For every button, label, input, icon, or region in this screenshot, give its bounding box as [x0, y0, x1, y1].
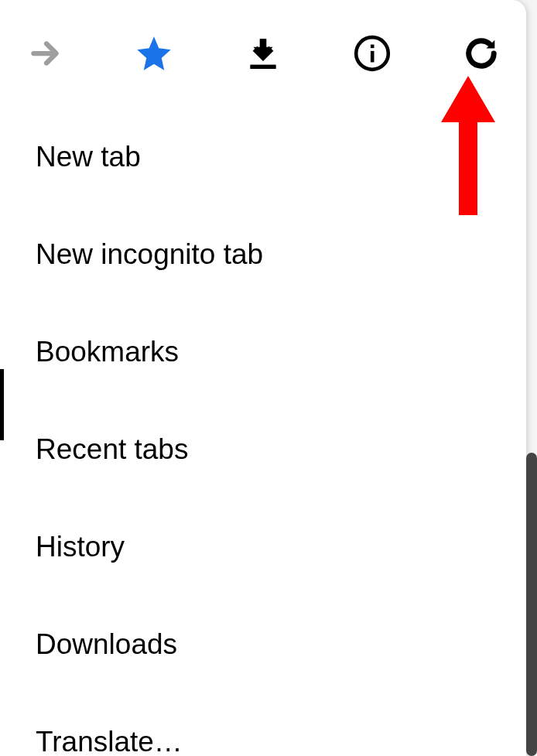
menu-items-list: New tab New incognito tab Bookmarks Rece… — [0, 101, 526, 756]
menu-item-downloads[interactable]: Downloads — [0, 596, 526, 693]
info-button[interactable] — [351, 32, 394, 75]
menu-item-label: Bookmarks — [36, 336, 179, 368]
forward-button[interactable] — [23, 32, 67, 75]
star-icon — [134, 33, 174, 74]
info-icon — [353, 34, 392, 73]
menu-item-recent-tabs[interactable]: Recent tabs — [0, 401, 526, 498]
menu-item-label: Recent tabs — [36, 433, 188, 465]
download-button[interactable] — [241, 32, 285, 75]
menu-item-translate[interactable]: Translate… — [0, 693, 526, 756]
menu-toolbar — [0, 0, 526, 101]
svg-rect-2 — [371, 51, 375, 63]
menu-item-label: History — [36, 531, 125, 563]
svg-rect-0 — [250, 65, 275, 69]
forward-arrow-icon — [26, 34, 64, 73]
menu-item-bookmarks[interactable]: Bookmarks — [0, 303, 526, 401]
menu-item-history[interactable]: History — [0, 498, 526, 596]
menu-item-new-tab[interactable]: New tab — [0, 108, 526, 206]
menu-item-label: Downloads — [36, 628, 177, 660]
menu-item-label: New tab — [36, 141, 141, 173]
menu-item-label: Translate… — [36, 726, 183, 756]
left-edge-indicator — [0, 369, 4, 440]
bookmark-star-button[interactable] — [132, 32, 176, 75]
svg-rect-3 — [371, 45, 375, 49]
menu-item-label: New incognito tab — [36, 238, 263, 270]
menu-item-new-incognito-tab[interactable]: New incognito tab — [0, 206, 526, 303]
reload-button[interactable] — [460, 32, 503, 75]
download-icon — [244, 34, 282, 73]
reload-icon — [461, 33, 501, 74]
browser-menu-panel: New tab New incognito tab Bookmarks Rece… — [0, 0, 526, 756]
scrollbar-thumb[interactable] — [526, 453, 537, 756]
